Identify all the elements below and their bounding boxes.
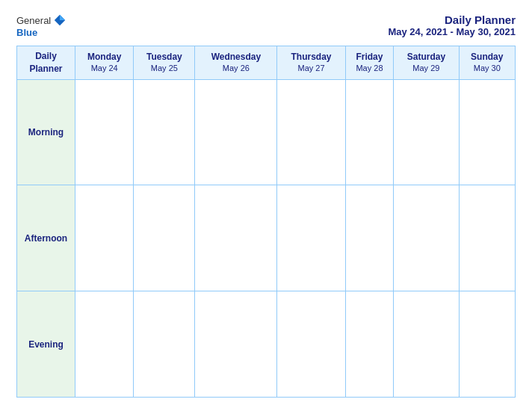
cell-saturday-afternoon[interactable] bbox=[394, 185, 459, 291]
cell-wednesday-evening[interactable] bbox=[195, 291, 277, 398]
planner-table: Daily Planner Monday May 24 Tuesday May … bbox=[16, 46, 516, 398]
cell-tuesday-afternoon[interactable] bbox=[134, 185, 195, 291]
row-morning: Morning bbox=[17, 79, 516, 185]
header-sunday: Sunday May 30 bbox=[459, 46, 515, 80]
row-evening: Evening bbox=[17, 291, 516, 398]
header-row: Daily Planner Monday May 24 Tuesday May … bbox=[17, 46, 516, 80]
cell-thursday-afternoon[interactable] bbox=[277, 185, 345, 291]
cell-friday-afternoon[interactable] bbox=[345, 185, 393, 291]
top-bar: General Blue Daily Planner May 24, 2021 … bbox=[16, 13, 516, 38]
cell-sunday-morning[interactable] bbox=[459, 79, 515, 185]
logo-area: General Blue bbox=[16, 13, 66, 38]
header-thursday: Thursday May 27 bbox=[277, 46, 345, 80]
logo-blue: Blue bbox=[16, 27, 37, 38]
row-label-evening: Evening bbox=[17, 291, 75, 398]
cell-wednesday-afternoon[interactable] bbox=[195, 185, 277, 291]
cell-tuesday-evening[interactable] bbox=[134, 291, 195, 398]
header-saturday: Saturday May 29 bbox=[394, 46, 459, 80]
planner-title: Daily Planner bbox=[388, 13, 516, 26]
header-monday: Monday May 24 bbox=[75, 46, 134, 80]
header-wednesday: Wednesday May 26 bbox=[195, 46, 277, 80]
cell-saturday-evening[interactable] bbox=[394, 291, 459, 398]
row-label-morning: Morning bbox=[17, 79, 75, 185]
title-area: Daily Planner May 24, 2021 - May 30, 202… bbox=[388, 13, 516, 37]
cell-thursday-morning[interactable] bbox=[277, 79, 345, 185]
cell-tuesday-morning[interactable] bbox=[134, 79, 195, 185]
cell-monday-evening[interactable] bbox=[75, 291, 134, 398]
row-afternoon: Afternoon bbox=[17, 185, 516, 291]
cell-wednesday-morning[interactable] bbox=[195, 79, 277, 185]
cell-saturday-morning[interactable] bbox=[394, 79, 459, 185]
svg-marker-1 bbox=[60, 15, 65, 20]
cell-thursday-evening[interactable] bbox=[277, 291, 345, 398]
header-tuesday: Tuesday May 25 bbox=[134, 46, 195, 80]
cell-monday-afternoon[interactable] bbox=[75, 185, 134, 291]
cell-sunday-evening[interactable] bbox=[459, 291, 515, 398]
cell-friday-evening[interactable] bbox=[345, 291, 393, 398]
cell-sunday-afternoon[interactable] bbox=[459, 185, 515, 291]
row-label-afternoon: Afternoon bbox=[17, 185, 75, 291]
planner-date-range: May 24, 2021 - May 30, 2021 bbox=[388, 26, 516, 37]
cell-monday-morning[interactable] bbox=[75, 79, 134, 185]
header-friday: Friday May 28 bbox=[345, 46, 393, 80]
logo-text: General bbox=[16, 13, 66, 27]
cell-friday-morning[interactable] bbox=[345, 79, 393, 185]
logo-general: General bbox=[16, 15, 51, 26]
header-daily-planner: Daily Planner bbox=[17, 46, 75, 80]
logo-icon bbox=[53, 13, 66, 27]
